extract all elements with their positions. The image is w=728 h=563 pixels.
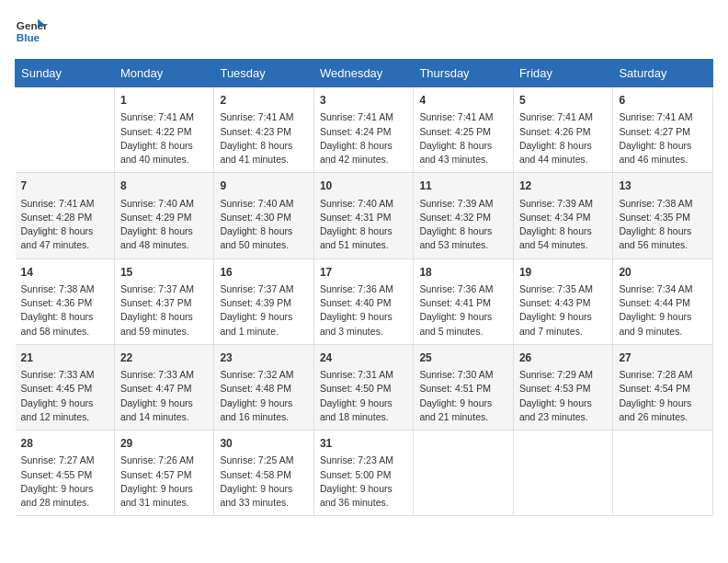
day-number: 18 bbox=[419, 265, 507, 281]
day-header-saturday: Saturday bbox=[613, 60, 713, 87]
calendar-cell bbox=[613, 431, 713, 516]
day-number: 19 bbox=[519, 265, 608, 281]
day-number: 4 bbox=[419, 93, 507, 109]
calendar-cell: 4Sunrise: 7:41 AMSunset: 4:25 PMDaylight… bbox=[414, 87, 514, 173]
calendar-cell: 22Sunrise: 7:33 AMSunset: 4:47 PMDayligh… bbox=[114, 344, 214, 430]
calendar-cell: 23Sunrise: 7:32 AMSunset: 4:48 PMDayligh… bbox=[214, 344, 314, 430]
day-number: 3 bbox=[320, 93, 408, 109]
calendar-cell: 6Sunrise: 7:41 AMSunset: 4:27 PMDaylight… bbox=[613, 87, 713, 173]
day-number: 23 bbox=[220, 350, 308, 366]
calendar-cell: 12Sunrise: 7:39 AMSunset: 4:34 PMDayligh… bbox=[513, 173, 613, 259]
day-number: 20 bbox=[619, 265, 707, 281]
calendar-cell bbox=[414, 431, 514, 516]
day-number: 22 bbox=[120, 350, 209, 366]
day-number: 28 bbox=[21, 436, 108, 452]
day-info: Sunrise: 7:38 AMSunset: 4:35 PMDaylight:… bbox=[619, 197, 707, 253]
day-number: 15 bbox=[120, 265, 209, 281]
day-number: 24 bbox=[320, 350, 408, 366]
calendar-cell: 29Sunrise: 7:26 AMSunset: 4:57 PMDayligh… bbox=[114, 431, 214, 516]
day-number: 9 bbox=[220, 178, 308, 194]
day-info: Sunrise: 7:41 AMSunset: 4:23 PMDaylight:… bbox=[220, 110, 308, 167]
calendar-cell: 24Sunrise: 7:31 AMSunset: 4:50 PMDayligh… bbox=[313, 344, 414, 430]
day-info: Sunrise: 7:35 AMSunset: 4:43 PMDaylight:… bbox=[519, 282, 608, 339]
week-row-3: 14Sunrise: 7:38 AMSunset: 4:36 PMDayligh… bbox=[16, 259, 713, 344]
day-number: 31 bbox=[320, 436, 408, 452]
day-number: 5 bbox=[519, 93, 608, 109]
day-info: Sunrise: 7:32 AMSunset: 4:48 PMDaylight:… bbox=[220, 368, 308, 424]
day-header-tuesday: Tuesday bbox=[214, 60, 314, 87]
day-number: 16 bbox=[220, 265, 308, 281]
day-number: 8 bbox=[120, 178, 209, 194]
calendar-cell: 16Sunrise: 7:37 AMSunset: 4:39 PMDayligh… bbox=[214, 259, 314, 344]
calendar-cell: 30Sunrise: 7:25 AMSunset: 4:58 PMDayligh… bbox=[214, 431, 314, 516]
day-number: 27 bbox=[619, 350, 707, 366]
day-header-wednesday: Wednesday bbox=[313, 60, 414, 87]
day-info: Sunrise: 7:33 AMSunset: 4:45 PMDaylight:… bbox=[21, 368, 108, 424]
day-info: Sunrise: 7:36 AMSunset: 4:40 PMDaylight:… bbox=[320, 282, 408, 339]
calendar-cell: 2Sunrise: 7:41 AMSunset: 4:23 PMDaylight… bbox=[214, 87, 314, 173]
day-number: 2 bbox=[220, 93, 308, 109]
week-row-4: 21Sunrise: 7:33 AMSunset: 4:45 PMDayligh… bbox=[16, 344, 713, 430]
day-info: Sunrise: 7:28 AMSunset: 4:54 PMDaylight:… bbox=[619, 368, 707, 424]
day-number: 14 bbox=[21, 265, 108, 281]
day-number: 11 bbox=[419, 178, 507, 194]
calendar-cell: 15Sunrise: 7:37 AMSunset: 4:37 PMDayligh… bbox=[114, 259, 214, 344]
day-number: 29 bbox=[120, 436, 209, 452]
day-header-monday: Monday bbox=[114, 60, 214, 87]
day-number: 17 bbox=[320, 265, 408, 281]
calendar-cell: 20Sunrise: 7:34 AMSunset: 4:44 PMDayligh… bbox=[613, 259, 713, 344]
day-info: Sunrise: 7:33 AMSunset: 4:47 PMDaylight:… bbox=[120, 368, 209, 424]
calendar-cell: 31Sunrise: 7:23 AMSunset: 5:00 PMDayligh… bbox=[313, 431, 414, 516]
day-info: Sunrise: 7:31 AMSunset: 4:50 PMDaylight:… bbox=[320, 368, 408, 424]
svg-text:Blue: Blue bbox=[17, 31, 40, 43]
page-header: General Blue bbox=[15, 15, 713, 48]
day-number: 25 bbox=[419, 350, 507, 366]
day-info: Sunrise: 7:38 AMSunset: 4:36 PMDaylight:… bbox=[21, 282, 108, 339]
logo-icon: General Blue bbox=[15, 15, 48, 48]
calendar-cell bbox=[16, 87, 115, 173]
calendar-cell: 8Sunrise: 7:40 AMSunset: 4:29 PMDaylight… bbox=[114, 173, 214, 259]
day-info: Sunrise: 7:41 AMSunset: 4:24 PMDaylight:… bbox=[320, 110, 408, 167]
day-info: Sunrise: 7:41 AMSunset: 4:28 PMDaylight:… bbox=[21, 197, 108, 253]
calendar-cell: 10Sunrise: 7:40 AMSunset: 4:31 PMDayligh… bbox=[313, 173, 414, 259]
calendar-cell: 26Sunrise: 7:29 AMSunset: 4:53 PMDayligh… bbox=[513, 344, 613, 430]
day-info: Sunrise: 7:30 AMSunset: 4:51 PMDaylight:… bbox=[419, 368, 507, 424]
day-info: Sunrise: 7:39 AMSunset: 4:34 PMDaylight:… bbox=[519, 197, 608, 253]
calendar-cell: 7Sunrise: 7:41 AMSunset: 4:28 PMDaylight… bbox=[16, 173, 115, 259]
day-number: 21 bbox=[21, 350, 108, 366]
calendar-cell: 9Sunrise: 7:40 AMSunset: 4:30 PMDaylight… bbox=[214, 173, 314, 259]
day-number: 6 bbox=[619, 93, 707, 109]
day-number: 7 bbox=[21, 178, 108, 194]
header-row: SundayMondayTuesdayWednesdayThursdayFrid… bbox=[16, 60, 713, 87]
day-number: 1 bbox=[120, 93, 209, 109]
day-info: Sunrise: 7:36 AMSunset: 4:41 PMDaylight:… bbox=[419, 282, 507, 339]
calendar-cell: 19Sunrise: 7:35 AMSunset: 4:43 PMDayligh… bbox=[513, 259, 613, 344]
day-info: Sunrise: 7:37 AMSunset: 4:39 PMDaylight:… bbox=[220, 282, 308, 339]
day-header-sunday: Sunday bbox=[16, 60, 115, 87]
week-row-2: 7Sunrise: 7:41 AMSunset: 4:28 PMDaylight… bbox=[16, 173, 713, 259]
day-info: Sunrise: 7:39 AMSunset: 4:32 PMDaylight:… bbox=[419, 197, 507, 253]
calendar-cell: 18Sunrise: 7:36 AMSunset: 4:41 PMDayligh… bbox=[414, 259, 514, 344]
day-info: Sunrise: 7:41 AMSunset: 4:26 PMDaylight:… bbox=[519, 110, 608, 167]
day-info: Sunrise: 7:41 AMSunset: 4:25 PMDaylight:… bbox=[419, 110, 507, 167]
day-header-friday: Friday bbox=[513, 60, 613, 87]
day-number: 12 bbox=[519, 178, 608, 194]
day-info: Sunrise: 7:25 AMSunset: 4:58 PMDaylight:… bbox=[220, 454, 308, 510]
calendar-cell: 28Sunrise: 7:27 AMSunset: 4:55 PMDayligh… bbox=[16, 431, 115, 516]
calendar-cell: 1Sunrise: 7:41 AMSunset: 4:22 PMDaylight… bbox=[114, 87, 214, 173]
week-row-1: 1Sunrise: 7:41 AMSunset: 4:22 PMDaylight… bbox=[16, 87, 713, 173]
calendar-cell: 25Sunrise: 7:30 AMSunset: 4:51 PMDayligh… bbox=[414, 344, 514, 430]
day-info: Sunrise: 7:23 AMSunset: 5:00 PMDaylight:… bbox=[320, 454, 408, 510]
calendar-cell: 14Sunrise: 7:38 AMSunset: 4:36 PMDayligh… bbox=[16, 259, 115, 344]
calendar-cell: 17Sunrise: 7:36 AMSunset: 4:40 PMDayligh… bbox=[313, 259, 414, 344]
day-info: Sunrise: 7:40 AMSunset: 4:31 PMDaylight:… bbox=[320, 197, 408, 253]
day-number: 26 bbox=[519, 350, 608, 366]
calendar-cell: 21Sunrise: 7:33 AMSunset: 4:45 PMDayligh… bbox=[16, 344, 115, 430]
calendar-cell: 11Sunrise: 7:39 AMSunset: 4:32 PMDayligh… bbox=[414, 173, 514, 259]
calendar-table: SundayMondayTuesdayWednesdayThursdayFrid… bbox=[15, 59, 713, 516]
day-info: Sunrise: 7:37 AMSunset: 4:37 PMDaylight:… bbox=[120, 282, 209, 339]
day-info: Sunrise: 7:40 AMSunset: 4:29 PMDaylight:… bbox=[120, 197, 209, 253]
day-info: Sunrise: 7:40 AMSunset: 4:30 PMDaylight:… bbox=[220, 197, 308, 253]
day-info: Sunrise: 7:26 AMSunset: 4:57 PMDaylight:… bbox=[120, 454, 209, 510]
logo: General Blue bbox=[15, 15, 48, 48]
